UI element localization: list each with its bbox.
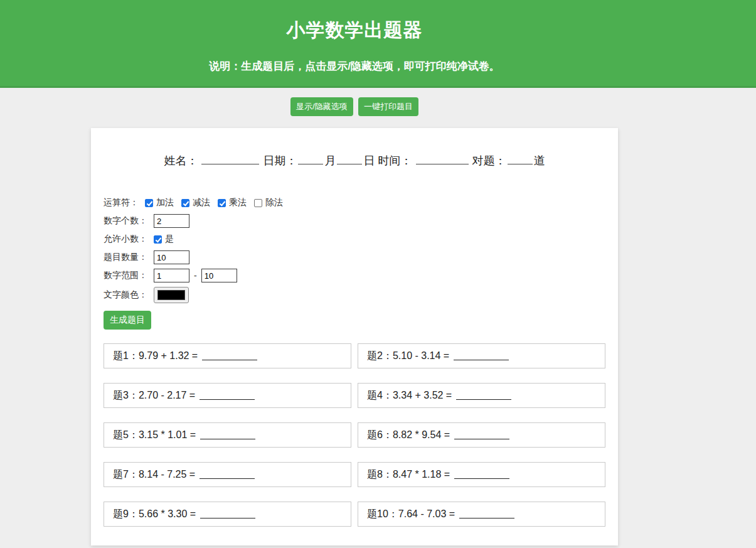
problem-item: 题7： 8.14 - 7.25 =	[104, 462, 351, 487]
problems-grid: 题1： 9.79 + 1.32 = 题2： 5.10 - 3.14 = 题3： …	[104, 343, 605, 527]
answer-blank	[454, 470, 509, 479]
score-unit-label: 道	[534, 154, 545, 167]
digit-count-row: 数字个数：	[104, 214, 605, 228]
problem-expression: 5.66 * 3.30 =	[139, 508, 196, 520]
problem-label: 题2：	[367, 350, 393, 363]
problem-expression: 8.47 * 1.18 =	[393, 469, 450, 480]
month-blank	[298, 155, 323, 164]
question-count-row: 题目数量：	[104, 250, 605, 264]
answer-blank	[200, 470, 255, 479]
text-color-picker[interactable]	[154, 287, 189, 303]
allow-decimal-option-label: 是	[165, 234, 174, 245]
operator-checkbox[interactable]	[145, 199, 153, 207]
problem-label: 题6：	[367, 429, 393, 442]
allow-decimal-row: 允许小数： 是	[104, 232, 605, 246]
problem-item: 题2： 5.10 - 3.14 =	[358, 343, 605, 368]
allow-decimal-checkbox[interactable]	[154, 235, 162, 244]
operators-row: 运算符： 加法 减法 乘法 除法	[104, 196, 605, 210]
print-button[interactable]: 一键打印题目	[358, 97, 418, 116]
toolbar: 显示/隐藏选项 一键打印题目	[0, 97, 709, 116]
day-blank	[337, 155, 362, 164]
problem-expression: 2.70 - 2.17 =	[139, 390, 195, 401]
number-range-label: 数字范围：	[104, 270, 147, 281]
toggle-options-button[interactable]: 显示/隐藏选项	[290, 97, 353, 116]
question-count-label: 题目数量：	[104, 252, 147, 263]
problem-item: 题5： 3.15 * 1.01 =	[104, 422, 351, 448]
problem-label: 题5：	[113, 429, 139, 442]
problem-expression: 8.14 - 7.25 =	[139, 469, 195, 480]
generate-button[interactable]: 生成题目	[104, 311, 151, 330]
range-separator: -	[194, 271, 197, 281]
operator-option-label: 加法	[156, 197, 174, 208]
answer-blank	[200, 391, 255, 400]
answer-blank	[454, 352, 509, 360]
operator-options: 加法 减法 乘法 除法	[145, 197, 290, 208]
problem-item: 题3： 2.70 - 2.17 =	[104, 383, 351, 408]
operator-checkbox[interactable]	[181, 199, 189, 207]
operators-label: 运算符：	[104, 197, 139, 208]
settings-form: 运算符： 加法 减法 乘法 除法 数字个数： 允许小数： 是 题目数量： 数字范	[104, 196, 605, 330]
digit-count-label: 数字个数：	[104, 215, 147, 227]
problem-label: 题3：	[113, 389, 139, 402]
problem-item: 题6： 8.82 * 9.54 =	[358, 422, 605, 448]
problem-expression: 7.64 - 7.03 =	[398, 508, 455, 520]
answer-blank	[200, 510, 255, 518]
range-max-input[interactable]	[201, 269, 237, 282]
answer-blank	[456, 391, 511, 400]
problem-expression: 3.15 * 1.01 =	[139, 429, 196, 441]
problem-item: 题1： 9.79 + 1.32 =	[104, 343, 351, 368]
text-color-label: 文字颜色：	[104, 289, 147, 301]
operator-checkbox[interactable]	[254, 199, 262, 207]
month-label: 月	[324, 154, 336, 167]
page-title: 小学数学出题器	[0, 0, 709, 43]
worksheet-card: 姓名：日期：月日 时间：对题：道 运算符： 加法 减法 乘法 除法 数字个数： …	[91, 128, 618, 545]
operator-checkbox[interactable]	[218, 199, 226, 207]
allow-decimal-label: 允许小数：	[104, 234, 147, 245]
day-label: 日	[363, 154, 375, 167]
problem-expression: 3.34 + 3.52 =	[393, 390, 452, 401]
page-subtitle: 说明：生成题目后，点击显示/隐藏选项，即可打印纯净试卷。	[0, 59, 709, 73]
problem-expression: 9.79 + 1.32 =	[139, 350, 198, 362]
exam-header-line: 姓名：日期：月日 时间：对题：道	[104, 153, 605, 168]
problem-item: 题9： 5.66 * 3.30 =	[104, 502, 351, 527]
problem-label: 题10：	[367, 508, 398, 521]
name-blank	[201, 155, 259, 164]
date-label: 日期：	[263, 154, 297, 167]
problem-item: 题4： 3.34 + 3.52 =	[358, 383, 605, 408]
operator-option-label: 减法	[193, 197, 210, 208]
answer-blank	[200, 431, 255, 439]
problem-label: 题4：	[367, 389, 393, 402]
number-range-row: 数字范围： -	[104, 269, 605, 282]
range-min-input[interactable]	[154, 269, 189, 282]
time-blank	[416, 155, 469, 164]
time-label: 时间：	[378, 154, 412, 167]
digit-count-input[interactable]	[154, 214, 189, 228]
question-count-input[interactable]	[154, 250, 189, 264]
answer-blank	[459, 510, 514, 518]
problem-label: 题7：	[113, 468, 139, 481]
color-swatch	[157, 290, 185, 300]
operator-option-label: 乘法	[229, 197, 247, 208]
problem-expression: 8.82 * 9.54 =	[393, 429, 450, 441]
problem-label: 题1：	[113, 350, 139, 363]
answer-blank	[202, 352, 257, 360]
problem-item: 题8： 8.47 * 1.18 =	[358, 462, 605, 487]
header-banner: 小学数学出题器 说明：生成题目后，点击显示/隐藏选项，即可打印纯净试卷。	[0, 0, 756, 88]
score-blank	[508, 155, 533, 164]
text-color-row: 文字颜色：	[104, 287, 605, 303]
score-label: 对题：	[472, 154, 506, 167]
operator-option-label: 除法	[265, 197, 283, 208]
problem-item: 题10： 7.64 - 7.03 =	[358, 502, 605, 527]
problem-expression: 5.10 - 3.14 =	[393, 350, 449, 362]
name-label: 姓名：	[164, 154, 198, 167]
problem-label: 题9：	[113, 508, 139, 521]
answer-blank	[454, 431, 509, 439]
problem-label: 题8：	[367, 468, 393, 481]
